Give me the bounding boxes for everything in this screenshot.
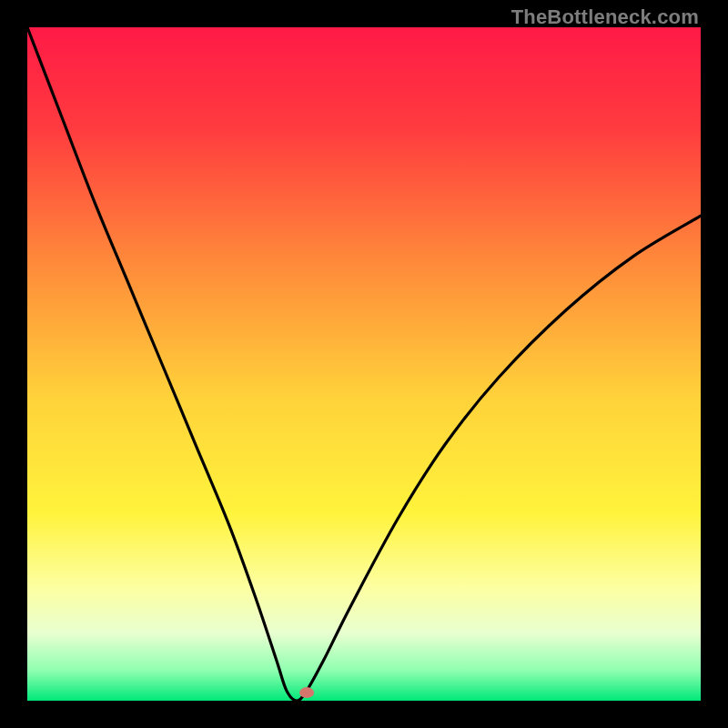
plot-area	[27, 27, 701, 701]
watermark-label: TheBottleneck.com	[511, 5, 699, 29]
chart-frame: TheBottleneck.com	[0, 0, 728, 728]
curve-layer	[27, 27, 701, 701]
optimal-point-marker	[299, 687, 314, 698]
bottleneck-curve	[27, 27, 701, 701]
